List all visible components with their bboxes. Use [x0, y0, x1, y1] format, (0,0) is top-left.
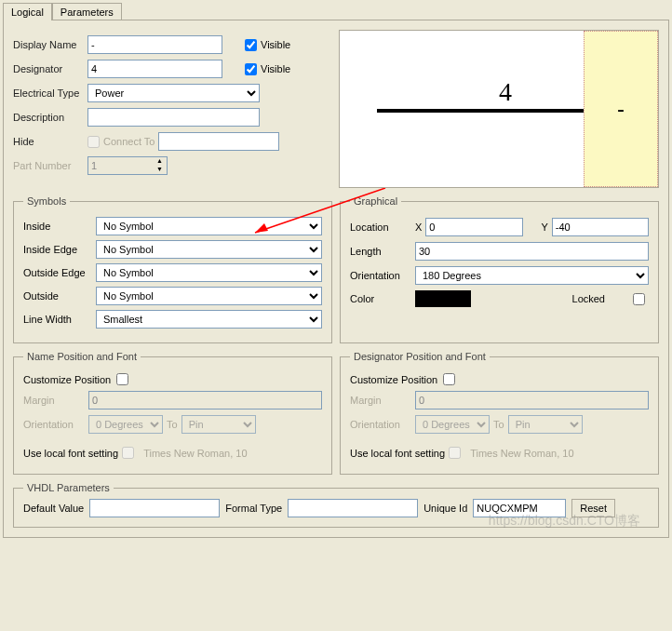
reset-button[interactable]: Reset — [571, 499, 615, 517]
locked-checkbox[interactable] — [633, 293, 645, 305]
desig-to-select: Pin — [508, 415, 583, 434]
visible-label-1: Visible — [261, 39, 290, 50]
length-input[interactable] — [415, 242, 649, 261]
color-swatch[interactable] — [415, 290, 471, 307]
field-column: Display Name Visible Designator Visible … — [13, 30, 329, 188]
name-position-legend: Name Position and Font — [23, 351, 141, 362]
tab-parameters[interactable]: Parameters — [52, 3, 122, 20]
default-value-label: Default Value — [23, 503, 84, 514]
preview-body: - — [584, 31, 658, 187]
part-number-label: Part Number — [13, 160, 87, 171]
outside-select[interactable]: No Symbol — [96, 287, 322, 305]
formal-type-label: Formal Type — [225, 503, 282, 514]
electrical-type-select[interactable]: Power — [87, 84, 260, 102]
name-to-label: To — [167, 419, 178, 430]
display-name-visible-checkbox[interactable] — [245, 39, 257, 51]
desig-margin-input — [415, 391, 649, 409]
locked-label: Locked — [572, 293, 605, 304]
desig-customize-label: Customize Position — [350, 374, 437, 385]
outside-label: Outside — [23, 290, 96, 302]
designator-position-group: Designator Position and Font Customize P… — [340, 351, 659, 475]
symbols-group: Symbols InsideNo Symbol Inside EdgeNo Sy… — [13, 195, 332, 343]
name-to-select: Pin — [181, 415, 256, 434]
hide-label: Hide — [13, 136, 87, 147]
formal-type-input[interactable] — [288, 499, 418, 517]
default-value-input[interactable] — [89, 499, 220, 517]
description-label: Description — [13, 112, 87, 123]
logical-panel: Display Name Visible Designator Visible … — [3, 20, 669, 538]
unique-id-label: Unique Id — [423, 503, 467, 514]
y-label: Y — [542, 222, 548, 233]
desig-margin-label: Margin — [350, 395, 415, 406]
line-width-select[interactable]: Smallest — [96, 310, 322, 329]
name-use-local-label: Use local font setting — [23, 448, 118, 459]
graphical-group: Graphical Location X Y Length Orientatio… — [340, 195, 659, 343]
part-number-up-icon: ▲ — [153, 157, 167, 166]
color-label: Color — [350, 293, 415, 304]
outside-edge-select[interactable]: No Symbol — [96, 263, 322, 282]
vhdl-group: VHDL Parameters Default Value Formal Typ… — [13, 482, 659, 528]
name-orientation-select: 0 Degrees — [88, 415, 163, 434]
name-orientation-label: Orientation — [23, 419, 88, 430]
hide-checkbox[interactable] — [87, 136, 100, 148]
desig-orientation-select: 0 Degrees — [415, 415, 490, 434]
location-y-input[interactable] — [552, 218, 649, 236]
display-name-label: Display Name — [13, 39, 87, 50]
connect-to-input[interactable] — [158, 132, 279, 151]
name-use-local-checkbox[interactable] — [122, 447, 134, 459]
x-label: X — [415, 222, 422, 233]
pin-preview: 4 - — [339, 30, 659, 188]
preview-designator: 4 — [499, 77, 512, 107]
tab-strip: Logical Parameters — [0, 0, 672, 20]
visible-label-2: Visible — [261, 63, 290, 74]
unique-id-input[interactable] — [473, 499, 566, 517]
orientation-select[interactable]: 180 Degrees — [415, 266, 649, 285]
name-margin-input — [88, 391, 322, 409]
designator-visible-checkbox[interactable] — [245, 63, 257, 75]
line-width-label: Line Width — [23, 314, 96, 325]
name-position-group: Name Position and Font Customize Positio… — [13, 351, 332, 475]
desig-use-local-label: Use local font setting — [350, 448, 445, 459]
location-label: Location — [350, 222, 415, 233]
part-number-input — [87, 156, 153, 175]
vhdl-legend: VHDL Parameters — [23, 482, 114, 493]
name-font-text: Times New Roman, 10 — [143, 448, 247, 459]
inside-edge-select[interactable]: No Symbol — [96, 240, 322, 259]
desig-orientation-label: Orientation — [350, 419, 415, 430]
desig-customize-checkbox[interactable] — [443, 373, 455, 385]
symbols-legend: Symbols — [23, 195, 70, 207]
desig-font-text: Times New Roman, 10 — [470, 448, 573, 459]
inside-select[interactable]: No Symbol — [96, 217, 322, 235]
designator-position-legend: Designator Position and Font — [350, 351, 490, 362]
length-label: Length — [350, 246, 415, 257]
graphical-legend: Graphical — [350, 195, 401, 207]
orientation-label: Orientation — [350, 270, 415, 281]
name-customize-label: Customize Position — [23, 374, 111, 385]
name-customize-checkbox[interactable] — [116, 373, 128, 385]
inside-label: Inside — [23, 221, 96, 232]
desig-to-label: To — [493, 419, 504, 430]
description-input[interactable] — [87, 108, 260, 127]
display-name-input[interactable] — [87, 35, 222, 54]
outside-edge-label: Outside Edge — [23, 267, 96, 278]
tab-logical[interactable]: Logical — [3, 3, 52, 20]
location-x-input[interactable] — [425, 218, 522, 236]
designator-input[interactable] — [87, 60, 222, 78]
connect-to-label: Connect To — [103, 136, 155, 147]
inside-edge-label: Inside Edge — [23, 244, 96, 255]
designator-label: Designator — [13, 63, 87, 74]
name-margin-label: Margin — [23, 395, 88, 406]
electrical-type-label: Electrical Type — [13, 87, 87, 99]
desig-use-local-checkbox[interactable] — [449, 447, 461, 459]
part-number-down-icon: ▼ — [153, 166, 167, 174]
preview-pin-line — [377, 109, 584, 113]
